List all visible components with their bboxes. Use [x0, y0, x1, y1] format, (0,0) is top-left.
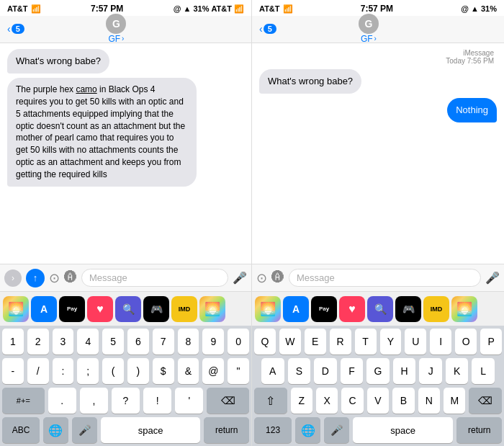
app-appstore-left[interactable]: A	[31, 296, 57, 322]
messages-area-right: iMessage Today 7:56 PM What's wrong babe…	[252, 43, 504, 264]
back-button-right[interactable]: ‹ 5	[259, 23, 276, 35]
key-delete-alpha[interactable]: ⌫	[469, 388, 502, 414]
key-mic-alpha[interactable]: 🎤	[324, 417, 349, 443]
key-2[interactable]: 2	[27, 329, 49, 354]
key-abc[interactable]: ABC	[2, 417, 40, 443]
send-button-left[interactable]: ↑	[26, 269, 45, 287]
key-s[interactable]: S	[288, 358, 311, 384]
app-heart-right[interactable]: ♥	[339, 296, 365, 322]
key-apos[interactable]: '	[175, 388, 203, 414]
key-7[interactable]: 7	[153, 329, 174, 354]
key-amp[interactable]: &	[178, 358, 199, 384]
key-quote[interactable]: "	[228, 358, 249, 384]
key-space[interactable]: space	[101, 417, 201, 443]
key-slash[interactable]: /	[27, 358, 49, 384]
app-search-left[interactable]: 🔍	[115, 296, 141, 322]
key-at[interactable]: @	[202, 358, 224, 384]
app-heart-left[interactable]: ♥	[87, 296, 113, 322]
key-u[interactable]: U	[405, 329, 426, 354]
back-badge-right: 5	[264, 24, 276, 34]
app-store-icon-right[interactable]: 🅐	[271, 270, 284, 285]
back-button-left[interactable]: ‹ 5	[7, 23, 24, 35]
message-input-left[interactable]: Message	[81, 269, 228, 287]
nav-center-left[interactable]: G GF ›	[24, 14, 208, 44]
key-comma[interactable]: ,	[80, 388, 108, 414]
app-applepay-right[interactable]: Pay	[311, 296, 337, 322]
nav-center-right[interactable]: G GF ›	[276, 14, 461, 44]
key-d[interactable]: D	[314, 358, 337, 384]
app-imdb-left[interactable]: IMD	[171, 296, 197, 322]
status-left: AT&T 📶	[7, 4, 41, 14]
app-photos2-left[interactable]: 🌅	[199, 296, 225, 322]
key-dash[interactable]: -	[2, 358, 24, 384]
key-l[interactable]: L	[472, 358, 495, 384]
key-x[interactable]: X	[316, 388, 338, 414]
key-return[interactable]: return	[204, 417, 249, 443]
key-z[interactable]: Z	[291, 388, 312, 414]
key-c[interactable]: C	[341, 388, 363, 414]
key-o[interactable]: O	[455, 329, 477, 354]
key-colon[interactable]: :	[53, 358, 74, 384]
key-a[interactable]: A	[261, 358, 284, 384]
key-shift[interactable]: ⇧	[254, 388, 287, 414]
key-h[interactable]: H	[393, 358, 416, 384]
app-photos-right[interactable]: 🌅	[255, 296, 281, 322]
key-8[interactable]: 8	[178, 329, 199, 354]
key-v[interactable]: V	[367, 388, 389, 414]
app-imdb-right[interactable]: IMD	[423, 296, 449, 322]
key-5[interactable]: 5	[102, 329, 124, 354]
app-game-right[interactable]: 🎮	[395, 296, 421, 322]
key-b[interactable]: B	[392, 388, 414, 414]
carrier-right: AT&T	[259, 4, 280, 13]
key-globe-alpha[interactable]: 🌐	[295, 417, 320, 443]
key-123[interactable]: 123	[254, 417, 292, 443]
key-period[interactable]: .	[48, 388, 76, 414]
key-lparen[interactable]: (	[102, 358, 124, 384]
key-p[interactable]: P	[480, 329, 502, 354]
key-globe[interactable]: 🌐	[43, 417, 68, 443]
mic-icon-right[interactable]: 🎤	[485, 271, 500, 285]
key-question[interactable]: ?	[112, 388, 140, 414]
mic-icon-left[interactable]: 🎤	[233, 271, 247, 285]
key-y[interactable]: Y	[380, 329, 402, 354]
key-m[interactable]: M	[444, 388, 465, 414]
key-dollar[interactable]: $	[153, 358, 174, 384]
key-e[interactable]: E	[305, 329, 326, 354]
key-delete[interactable]: ⌫	[207, 388, 249, 414]
key-g[interactable]: G	[366, 358, 390, 384]
key-exclaim[interactable]: !	[143, 388, 171, 414]
app-search-right[interactable]: 🔍	[367, 296, 393, 322]
key-3[interactable]: 3	[53, 329, 74, 354]
expand-button-left[interactable]: ›	[4, 269, 22, 287]
app-photos2-right[interactable]: 🌅	[451, 296, 477, 322]
key-mic[interactable]: 🎤	[72, 417, 97, 443]
key-r[interactable]: R	[330, 329, 351, 354]
key-q[interactable]: Q	[254, 329, 276, 354]
key-space-alpha[interactable]: space	[353, 417, 453, 443]
key-0[interactable]: 0	[228, 329, 249, 354]
camera-icon-right[interactable]: ⊙	[256, 270, 267, 286]
key-6[interactable]: 6	[127, 329, 149, 354]
app-applepay-left[interactable]: Pay	[59, 296, 85, 322]
key-hashplus[interactable]: #+=	[2, 388, 45, 414]
key-j[interactable]: J	[419, 358, 442, 384]
key-4[interactable]: 4	[77, 329, 99, 354]
key-t[interactable]: T	[355, 329, 377, 354]
key-n[interactable]: N	[418, 388, 440, 414]
key-i[interactable]: I	[430, 329, 451, 354]
key-w[interactable]: W	[279, 329, 301, 354]
key-rparen[interactable]: )	[127, 358, 149, 384]
bubble-incoming-right-1: What's wrong babe?	[259, 69, 361, 94]
key-1[interactable]: 1	[2, 329, 24, 354]
key-k[interactable]: K	[446, 358, 469, 384]
key-semicolon[interactable]: ;	[77, 358, 99, 384]
message-input-right[interactable]: Message	[289, 269, 481, 287]
app-appstore-right[interactable]: A	[283, 296, 309, 322]
key-f[interactable]: F	[341, 358, 364, 384]
app-game-left[interactable]: 🎮	[143, 296, 169, 322]
app-photos-left[interactable]: 🌅	[3, 296, 29, 322]
camera-icon-left[interactable]: ⊙	[49, 270, 60, 286]
key-return-alpha[interactable]: return	[456, 417, 502, 443]
key-9[interactable]: 9	[202, 329, 224, 354]
app-store-icon-left[interactable]: 🅐	[64, 270, 77, 285]
